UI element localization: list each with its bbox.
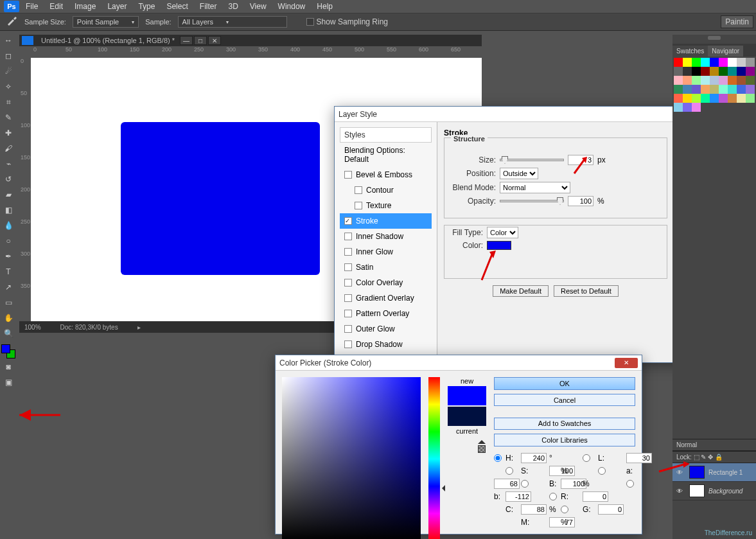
navigator-tab[interactable]: Navigator (708, 46, 743, 57)
zoom-tool-icon[interactable]: 🔍 (1, 326, 15, 340)
heal-tool-icon[interactable]: ✚ (1, 126, 15, 140)
swatch[interactable] (737, 58, 746, 67)
swatch[interactable] (719, 76, 728, 85)
swatch[interactable] (710, 76, 719, 85)
swatches-tab[interactable]: Swatches (672, 46, 708, 57)
menu-help[interactable]: Help (317, 2, 333, 11)
swatch[interactable] (692, 67, 701, 76)
color-picker-title[interactable]: Color Picker (Stroke Color) ✕ (276, 355, 642, 371)
type-tool-icon[interactable]: T (1, 265, 15, 279)
cp-ok-button[interactable]: OK (494, 377, 635, 390)
swatch[interactable] (728, 85, 737, 94)
pen-tool-icon[interactable]: ✒ (1, 249, 15, 263)
swatches-grid[interactable] (672, 57, 756, 113)
swatch[interactable] (710, 58, 719, 67)
eraser-tool-icon[interactable]: ▰ (1, 188, 15, 202)
r-input[interactable] (583, 491, 608, 502)
l-radio[interactable] (583, 454, 590, 462)
blending-options-row[interactable]: Blending Options: Default (340, 143, 432, 167)
satin-row[interactable]: Satin (340, 260, 432, 275)
swatch[interactable] (737, 67, 746, 76)
swatch[interactable] (692, 58, 701, 67)
shape-tool-icon[interactable]: ▭ (1, 296, 15, 310)
websafe-icon[interactable] (478, 445, 486, 453)
rectangle-shape[interactable] (121, 122, 320, 275)
chevron-right-icon[interactable]: ▸ (137, 324, 141, 331)
blendmode-select[interactable]: Normal (500, 182, 570, 193)
menu-file[interactable]: File (26, 2, 38, 11)
swatch[interactable] (728, 67, 737, 76)
warning-icon[interactable] (478, 436, 486, 444)
menu-select[interactable]: Select (166, 2, 188, 11)
stroke-color-chip[interactable] (487, 241, 511, 250)
swatch[interactable] (692, 94, 701, 103)
swatch[interactable] (683, 67, 692, 76)
swatch[interactable] (674, 103, 683, 112)
swatch[interactable] (746, 94, 755, 103)
swatch[interactable] (701, 58, 710, 67)
maximize-button[interactable]: □ (194, 36, 207, 45)
swatch[interactable] (692, 85, 701, 94)
r-radio[interactable] (549, 493, 557, 500)
swatch[interactable] (728, 94, 737, 103)
swatch[interactable] (683, 103, 692, 112)
swatch[interactable] (710, 94, 719, 103)
swatch[interactable] (746, 85, 755, 94)
swatch[interactable] (728, 76, 737, 85)
swatch[interactable] (719, 85, 728, 94)
filltype-select[interactable]: Color (487, 227, 518, 238)
layer-rectangle[interactable]: 👁 Rectangle 1 (672, 463, 756, 482)
reset-default-button[interactable]: Reset to Default (554, 285, 619, 297)
zoom-value[interactable]: 100% (24, 324, 41, 331)
move-tool-icon[interactable]: ↔ (1, 33, 15, 48)
h-radio[interactable] (494, 454, 502, 462)
color-libraries-button[interactable]: Color Libraries (494, 434, 635, 446)
swatch[interactable] (737, 94, 746, 103)
swatch[interactable] (710, 67, 719, 76)
marquee-tool-icon[interactable]: ◻ (1, 49, 15, 63)
contour-row[interactable]: Contour (340, 182, 432, 198)
opacity-slider[interactable] (500, 200, 564, 202)
swatch[interactable] (683, 58, 692, 67)
document-tab[interactable]: Untitled-1 @ 100% (Rectangle 1, RGB/8) * (36, 35, 180, 46)
sample-size-dropdown[interactable]: Point Sample▾ (73, 16, 139, 28)
swatch[interactable] (737, 76, 746, 85)
menu-filter[interactable]: Filter (200, 2, 217, 11)
gradient-tool-icon[interactable]: ◧ (1, 203, 15, 217)
color-field[interactable] (282, 377, 421, 539)
eyedropper-tool-icon[interactable]: ✎ (1, 110, 15, 125)
g-input[interactable] (598, 504, 624, 515)
inner-glow-row[interactable]: Inner Glow (340, 244, 432, 260)
wand-tool-icon[interactable]: ✧ (1, 80, 15, 94)
path-tool-icon[interactable]: ↗ (1, 280, 15, 294)
swatch[interactable] (692, 103, 701, 112)
size-input[interactable] (568, 155, 593, 165)
current-color-swatch[interactable] (448, 407, 486, 426)
swatch[interactable] (746, 67, 755, 76)
swatch[interactable] (701, 85, 710, 94)
lock-icons[interactable]: ⬚ ✎ ✥ 🔒 (694, 454, 723, 461)
paint-button[interactable]: Paintin (721, 15, 753, 28)
history-brush-tool-icon[interactable]: ↺ (1, 172, 15, 186)
color-overlay-row[interactable]: Color Overlay (340, 275, 432, 290)
fg-bg-color[interactable] (1, 344, 15, 358)
dodge-tool-icon[interactable]: ○ (1, 234, 15, 248)
lab-b-radio[interactable] (626, 480, 634, 488)
visibility-icon[interactable]: 👁 (676, 488, 685, 495)
close-icon[interactable]: ✕ (615, 358, 638, 368)
pattern-overlay-row[interactable]: Pattern Overlay (340, 306, 432, 321)
new-color-swatch[interactable] (448, 386, 486, 405)
outer-glow-row[interactable]: Outer Glow (340, 321, 432, 337)
swatch[interactable] (674, 85, 683, 94)
position-select[interactable]: Outside (500, 168, 538, 179)
swatch[interactable] (701, 67, 710, 76)
swatch[interactable] (746, 76, 755, 85)
swatch[interactable] (683, 76, 692, 85)
menu-image[interactable]: Image (75, 2, 96, 11)
opacity-input[interactable] (568, 196, 593, 206)
quickmask-icon[interactable]: ◙ (1, 360, 15, 374)
swatch[interactable] (701, 76, 710, 85)
c-input[interactable] (521, 504, 547, 515)
swatch[interactable] (719, 58, 728, 67)
b-radio[interactable] (521, 480, 529, 488)
